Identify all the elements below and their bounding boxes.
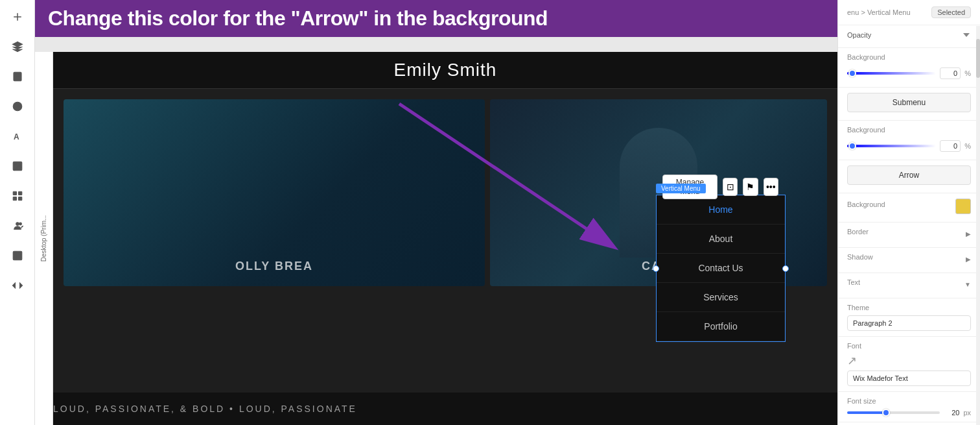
contacts-icon[interactable] [8, 217, 27, 235]
opacity-label: Opacity [847, 31, 871, 39]
submenu-section: Submenu [838, 88, 980, 121]
theme-select[interactable]: Paragraph 2 [847, 315, 971, 331]
selected-badge: Selected [931, 6, 971, 18]
svg-rect-10 [13, 197, 16, 200]
desktop-label: Desktop (Prim... [40, 215, 47, 262]
page-header-name: Emily Smith [394, 60, 497, 80]
background2-section: Background % [838, 121, 980, 160]
desktop-strip: Desktop (Prim... [35, 52, 53, 425]
menu-layout-icon[interactable]: ⊡ [723, 178, 738, 196]
right-panel: enu > Vertical Menu Selected Opacity Bac… [837, 0, 980, 425]
vertical-menu-badge: Vertical Menu [656, 184, 706, 193]
background1-unit: % [964, 69, 971, 77]
svg-rect-9 [18, 191, 21, 195]
text-title: Text [847, 278, 860, 286]
apps-icon[interactable] [8, 187, 27, 205]
arrow-section: Arrow [838, 160, 980, 193]
add-icon[interactable] [8, 8, 27, 26]
submenu-button[interactable]: Submenu [847, 93, 971, 112]
font-icon[interactable]: A [8, 127, 27, 145]
image-icon[interactable] [8, 157, 27, 175]
text-section: Text ▼ [838, 273, 980, 298]
breadcrumb: enu > Vertical Menu [847, 8, 911, 16]
menu-item-contact[interactable]: Contact Us [657, 254, 785, 283]
vertical-menu-panel: Manage Menu ⊡ ⚑ ••• Vertical Menu Home A… [656, 195, 786, 342]
font-size-unit: px [963, 409, 971, 417]
menu-more-icon[interactable]: ••• [764, 178, 778, 196]
scrolling-text-bar: LOUD, PASSIONATE, & BOLD • LOUD, PASSION… [53, 393, 837, 425]
font-select[interactable]: Wix Madefor Text [847, 370, 971, 386]
annotation-text: Change this color for the "Arrow" in the… [48, 6, 548, 30]
media-icon[interactable] [8, 97, 27, 115]
background1-title: Background [847, 53, 885, 61]
background3-title: Background [847, 200, 885, 208]
arrow-button[interactable]: Arrow [847, 165, 971, 185]
menu-flag-icon[interactable]: ⚑ [743, 178, 758, 196]
font-size-section: Font size 20 px [838, 392, 980, 422]
font-size-title: Font size [847, 397, 971, 405]
right-panel-header: enu > Vertical Menu Selected [838, 0, 980, 25]
page-icon[interactable] [8, 67, 27, 86]
border-title: Border [847, 228, 869, 236]
svg-text:A: A [14, 132, 19, 141]
font-picker-cursor-icon[interactable]: ↗ [847, 354, 857, 368]
page-area: Emily Smith OLLY BREA CAIN Manage Menu [53, 52, 837, 425]
shadow-expand-icon[interactable]: ▶ [966, 256, 971, 263]
svg-point-12 [16, 223, 19, 226]
font-size-value: 20 [944, 409, 959, 417]
background1-section: Background % [838, 48, 980, 88]
background1-value[interactable] [940, 67, 961, 79]
background2-title: Background [847, 126, 885, 134]
border-section: Border ▶ [838, 223, 980, 248]
background3-section: Background [838, 193, 980, 223]
svg-point-7 [15, 164, 16, 165]
svg-rect-14 [13, 251, 22, 260]
menu-item-about[interactable]: About [657, 225, 785, 254]
menu-drag-handle-right[interactable] [782, 265, 789, 272]
page-header: Emily Smith [53, 52, 837, 89]
background2-slider[interactable] [847, 145, 936, 147]
font-size-slider[interactable] [847, 411, 940, 414]
background2-unit: % [964, 142, 971, 150]
gallery-text-1: OLLY BREA [235, 260, 313, 273]
left-sidebar: A [0, 0, 35, 425]
gallery-image-1: OLLY BREA [64, 99, 485, 286]
opacity-row: Opacity [847, 30, 971, 40]
border-expand-icon[interactable]: ▶ [966, 230, 971, 237]
scrolling-text: LOUD, PASSIONATE, & BOLD • LOUD, PASSION… [53, 404, 357, 414]
layers-icon[interactable] [8, 38, 27, 56]
table-icon[interactable] [8, 247, 27, 265]
menu-drag-handle-left[interactable] [653, 265, 659, 272]
annotation-banner: Change this color for the "Arrow" in the… [35, 0, 837, 37]
menu-item-portfolio[interactable]: Portfolio [657, 312, 785, 341]
right-panel-scrollbar[interactable] [976, 26, 980, 425]
opacity-section: Opacity [838, 25, 980, 48]
theme-section: Theme Paragraph 2 [838, 298, 980, 337]
font-section: Font ↗ Wix Madefor Text [838, 337, 980, 392]
text-expand-icon[interactable]: ▼ [964, 281, 971, 288]
main-canvas: Change this color for the "Arrow" in the… [35, 0, 837, 425]
opacity-dropdown-icon[interactable] [962, 30, 971, 40]
font-title: Font [847, 342, 971, 350]
color-swatch-yellow[interactable] [955, 199, 971, 214]
svg-point-13 [19, 223, 21, 225]
shadow-title: Shadow [847, 253, 873, 261]
code-icon[interactable] [8, 276, 27, 295]
theme-title: Theme [847, 304, 971, 311]
shadow-section: Shadow ▶ [838, 248, 980, 273]
background1-slider[interactable] [847, 72, 936, 75]
svg-marker-20 [963, 33, 970, 37]
menu-item-services[interactable]: Services [657, 283, 785, 312]
svg-rect-11 [18, 197, 21, 200]
background2-value[interactable] [940, 140, 961, 152]
svg-rect-8 [13, 191, 16, 195]
